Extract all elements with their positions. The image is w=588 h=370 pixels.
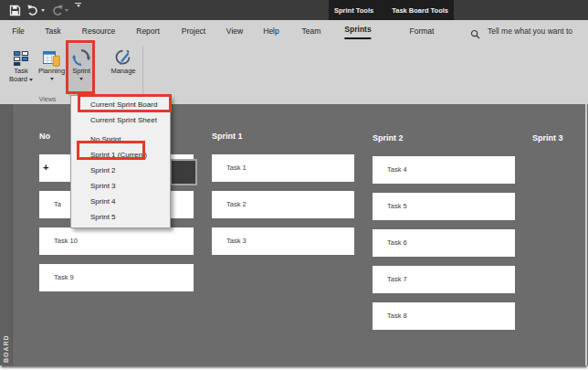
column-header: Sprint 2 (373, 133, 515, 144)
view-name-label: BOARD (3, 334, 9, 363)
sprint-icon (71, 44, 91, 68)
tab-sprints[interactable]: Sprints (344, 20, 371, 39)
tab-resource[interactable]: Resource (82, 20, 115, 42)
planning-button[interactable]: Planning (36, 44, 68, 97)
menu-item-sprint-4[interactable]: Sprint 4 (71, 194, 170, 209)
task-card[interactable]: Task 5 (373, 193, 515, 220)
column-header: Sprint 1 (212, 132, 354, 143)
menu-item-sprint-2[interactable]: Sprint 2 (71, 163, 170, 178)
tab-help[interactable]: Help (263, 20, 278, 42)
column-header: Sprint 3 (532, 133, 588, 144)
planning-label: Planning (38, 68, 65, 76)
manage-icon (113, 44, 133, 68)
task-card[interactable]: Task 10 (39, 227, 194, 255)
menu-item-sprint-3[interactable]: Sprint 3 (71, 178, 170, 194)
tab-format[interactable]: Format (410, 20, 435, 42)
window-right-border (585, 104, 587, 365)
tab-report[interactable]: Report (136, 20, 160, 42)
undo-dropdown-caret[interactable] (41, 9, 45, 12)
quick-access-toolbar (9, 0, 81, 20)
view-name-strip (0, 104, 13, 365)
task-card[interactable]: Task 8 (373, 302, 515, 330)
tab-view[interactable]: View (226, 20, 243, 42)
sprint-button[interactable]: Sprint (68, 44, 94, 97)
contextual-tab-task-board-tools[interactable]: Task Board Tools (392, 6, 448, 15)
menu-item-no-sprint[interactable]: No Sprint (71, 132, 170, 147)
task-card[interactable]: Task 6 (373, 229, 515, 257)
task-card[interactable]: Task 2 (212, 191, 354, 218)
planning-icon (42, 44, 61, 68)
task-board-icon (12, 44, 30, 68)
sprint-dropdown-menu: Current Sprint Board Current Sprint Shee… (70, 95, 171, 228)
menu-item-sprint-5[interactable]: Sprint 5 (71, 209, 170, 225)
tab-project[interactable]: Project (182, 20, 205, 42)
contextual-tab-sprint-tools[interactable]: Sprint Tools (334, 6, 373, 15)
task-card[interactable]: Task 7 (373, 266, 515, 293)
contextual-tab-group: Sprint Tools Task Board Tools (329, 0, 454, 20)
sprint-label: Sprint (72, 68, 90, 76)
menu-item-current-sprint-board[interactable]: Current Sprint Board (71, 97, 170, 112)
sprint-caret-icon (79, 78, 83, 80)
ribbon-group-label-views: Views (27, 96, 68, 102)
selected-new-task-box[interactable] (170, 159, 197, 185)
task-card[interactable]: Task 4 (373, 156, 515, 184)
tab-team[interactable]: Team (302, 20, 321, 42)
tell-me-search-input[interactable]: Tell me what you want to (488, 20, 572, 42)
task-card[interactable]: Task 9 (39, 264, 194, 291)
screenshot-stage: Sprint Tools Task Board Tools File Task … (0, 0, 588, 370)
menu-item-sprint-1-current[interactable]: Sprint 1 (Current) (71, 147, 170, 163)
redo-dropdown-caret (65, 9, 68, 12)
redo-icon (51, 3, 68, 17)
task-board-caret-icon (29, 79, 33, 81)
save-icon[interactable] (9, 3, 21, 17)
planning-caret-icon (50, 78, 54, 80)
tab-task[interactable]: Task (45, 20, 60, 42)
task-board-button[interactable]: Task Board (5, 44, 37, 97)
search-icon[interactable] (470, 26, 480, 43)
manage-button[interactable]: Manage (107, 44, 140, 97)
app-window: Sprint Tools Task Board Tools File Task … (0, 0, 588, 365)
ribbon-tab-bar: File Task Resource Report Project View H… (0, 20, 588, 42)
column-sprint-3: Sprint 3 (532, 133, 588, 156)
screenshot-drop-shadow (2, 365, 586, 369)
task-card[interactable]: Task 1 (212, 154, 354, 182)
task-board-label-line2: Board (9, 76, 27, 84)
tab-file[interactable]: File (12, 20, 25, 42)
title-bar: Sprint Tools Task Board Tools (0, 0, 588, 20)
menu-item-current-sprint-sheet[interactable]: Current Sprint Sheet (71, 112, 170, 128)
manage-label: Manage (110, 68, 135, 76)
column-sprint-1: Sprint 1 Task 1 Task 2 Task 3 (212, 132, 354, 264)
customize-quick-access-toolbar-icon[interactable] (75, 3, 81, 17)
undo-icon[interactable] (27, 3, 45, 17)
task-card[interactable]: Task 3 (212, 227, 354, 255)
column-sprint-2: Sprint 2 Task 4 Task 5 Task 6 Task 7 Tas… (373, 133, 515, 339)
